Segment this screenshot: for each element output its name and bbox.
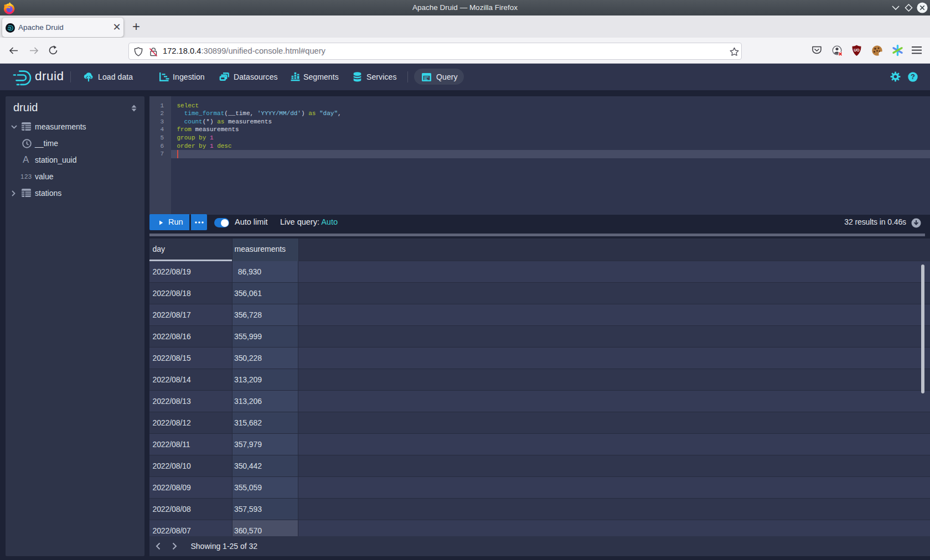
svg-text:?: ? (911, 72, 915, 81)
svg-text:UO: UO (854, 48, 860, 52)
